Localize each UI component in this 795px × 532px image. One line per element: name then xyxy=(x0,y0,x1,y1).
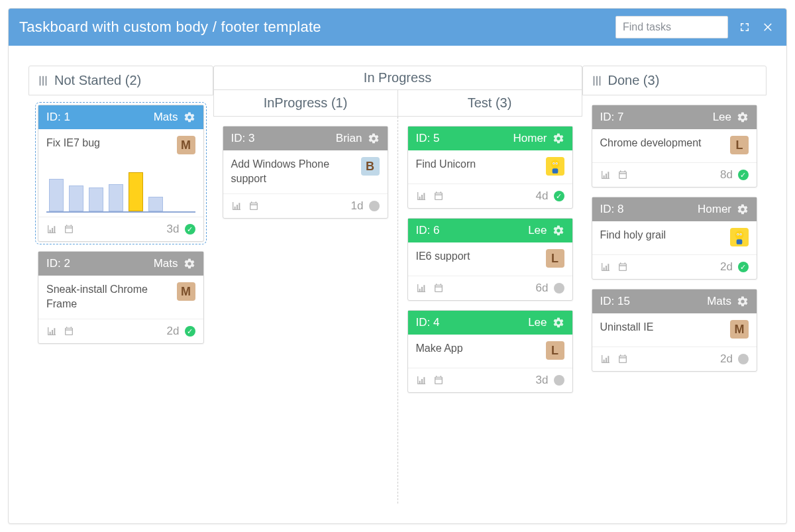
card-body: Add Windows Phone supportB xyxy=(223,150,388,193)
card-footer: 2d xyxy=(592,254,757,279)
column-header[interactable]: Not Started (2) xyxy=(28,66,213,95)
card-footer: 8d xyxy=(592,162,757,187)
card-body: Make AppL xyxy=(408,335,572,368)
chart-icon[interactable] xyxy=(231,201,242,211)
card-body: Sneak-install Chrome FrameM xyxy=(38,276,203,319)
card-title: Uninstall IE xyxy=(600,320,724,335)
calendar-icon[interactable] xyxy=(64,224,74,235)
gear-icon[interactable] xyxy=(737,203,749,215)
card-id: ID: 4 xyxy=(416,316,440,329)
gear-icon[interactable] xyxy=(553,225,564,237)
avatar: L xyxy=(546,341,564,360)
calendar-icon[interactable] xyxy=(617,262,628,272)
calendar-icon[interactable] xyxy=(433,375,444,386)
card-title: IE6 support xyxy=(416,249,539,264)
search-input[interactable] xyxy=(615,16,728,38)
column-body[interactable]: ID: 3BrianAdd Windows Phone supportB1d xyxy=(213,117,398,504)
gear-icon[interactable] xyxy=(184,111,195,123)
calendar-icon[interactable] xyxy=(248,201,259,211)
calendar-icon[interactable] xyxy=(617,354,628,364)
card-body: Uninstall IEM xyxy=(592,313,757,346)
chart-icon[interactable] xyxy=(46,224,57,235)
card-title: Find holy grail xyxy=(600,228,724,242)
avatar: L xyxy=(730,136,749,154)
card-header[interactable]: ID: 7Lee xyxy=(592,105,757,129)
gear-icon[interactable] xyxy=(737,295,749,307)
task-card[interactable]: ID: 1MatsFix IE7 bugM3d xyxy=(38,105,204,242)
gear-icon[interactable] xyxy=(553,133,564,144)
chart-bar xyxy=(49,179,64,211)
card-assignee: Mats xyxy=(154,257,178,270)
card-assignee: Brian xyxy=(336,132,362,145)
chart-icon[interactable] xyxy=(600,170,611,180)
column-header[interactable]: In Progress xyxy=(213,66,582,89)
task-card[interactable]: ID: 5HomerFind Unicorn4d xyxy=(407,126,573,209)
column-body[interactable]: ID: 1MatsFix IE7 bugM3dID: 2MatsSneak-in… xyxy=(28,95,213,504)
card-header[interactable]: ID: 8Homer xyxy=(592,197,757,221)
card-header[interactable]: ID: 2Mats xyxy=(38,252,203,276)
task-card[interactable]: ID: 2MatsSneak-install Chrome FrameM2d xyxy=(38,251,204,344)
card-header[interactable]: ID: 5Homer xyxy=(408,127,572,150)
mini-bar-chart xyxy=(46,166,195,213)
expand-icon[interactable] xyxy=(737,20,752,34)
card-id: ID: 5 xyxy=(416,132,440,145)
avatar: M xyxy=(177,282,195,301)
column-body[interactable]: ID: 5HomerFind Unicorn4dID: 6LeeIE6 supp… xyxy=(398,117,582,504)
drag-handle-icon[interactable] xyxy=(592,75,602,87)
card-header[interactable]: ID: 6Lee xyxy=(408,219,572,242)
card-id: ID: 6 xyxy=(416,224,440,237)
column-title: Test (3) xyxy=(468,95,512,110)
subcolumn-header[interactable]: Test (3) xyxy=(398,89,582,117)
avatar: M xyxy=(177,136,195,154)
avatar xyxy=(730,228,749,246)
card-assignee: Mats xyxy=(707,295,731,308)
card-title: Find Unicorn xyxy=(416,157,539,172)
task-card[interactable]: ID: 7LeeChrome developmentL8d xyxy=(592,105,758,187)
card-duration: 2d xyxy=(720,260,733,274)
column-body[interactable]: ID: 7LeeChrome developmentL8dID: 8HomerF… xyxy=(582,95,767,504)
card-header[interactable]: ID: 1Mats xyxy=(38,105,203,129)
chart-icon[interactable] xyxy=(46,326,57,337)
calendar-icon[interactable] xyxy=(617,170,628,180)
card-title: Add Windows Phone support xyxy=(231,157,354,186)
status-indicator xyxy=(554,283,564,293)
card-body: Fix IE7 bugM xyxy=(38,129,203,162)
kanban-board: Not Started (2) ID: 1MatsFix IE7 bugM3dI… xyxy=(9,46,786,523)
task-card[interactable]: ID: 15MatsUninstall IEM2d xyxy=(592,289,758,372)
gear-icon[interactable] xyxy=(737,111,749,123)
chart-icon[interactable] xyxy=(600,262,611,272)
chart-icon[interactable] xyxy=(416,191,427,201)
card-body: Chrome developmentL xyxy=(592,129,757,162)
drag-handle-icon[interactable] xyxy=(38,75,48,87)
chart-bar xyxy=(148,197,163,211)
subcolumn-header[interactable]: InProgress (1) xyxy=(213,89,398,117)
task-card[interactable]: ID: 4LeeMake AppL3d xyxy=(407,310,573,393)
card-assignee: Mats xyxy=(154,111,178,124)
close-icon[interactable] xyxy=(761,20,776,34)
card-header[interactable]: ID: 3Brian xyxy=(223,127,388,150)
task-card[interactable]: ID: 8HomerFind holy grail2d xyxy=(592,197,758,280)
column-title: Done (3) xyxy=(608,73,660,88)
avatar: M xyxy=(730,320,749,339)
chart-icon[interactable] xyxy=(416,375,427,386)
task-card[interactable]: ID: 6LeeIE6 supportL6d xyxy=(407,218,573,301)
panel-header: Taskboard with custom body / footer temp… xyxy=(9,9,786,46)
card-id: ID: 15 xyxy=(600,295,630,308)
card-id: ID: 8 xyxy=(600,203,624,216)
chart-icon[interactable] xyxy=(600,354,611,364)
task-card[interactable]: ID: 3BrianAdd Windows Phone supportB1d xyxy=(223,126,388,219)
column-header[interactable]: Done (3) xyxy=(582,66,767,95)
card-header[interactable]: ID: 4Lee xyxy=(408,311,572,335)
gear-icon[interactable] xyxy=(184,258,195,270)
gear-icon[interactable] xyxy=(553,317,564,329)
calendar-icon[interactable] xyxy=(433,283,444,293)
chart-bar xyxy=(129,172,143,212)
calendar-icon[interactable] xyxy=(64,326,74,337)
chart-icon[interactable] xyxy=(416,283,427,293)
card-header[interactable]: ID: 15Mats xyxy=(592,290,757,313)
gear-icon[interactable] xyxy=(368,133,380,144)
calendar-icon[interactable] xyxy=(433,191,444,201)
card-title: Chrome development xyxy=(600,136,724,150)
page-title: Taskboard with custom body / footer temp… xyxy=(19,19,321,36)
card-duration: 3d xyxy=(167,223,180,236)
